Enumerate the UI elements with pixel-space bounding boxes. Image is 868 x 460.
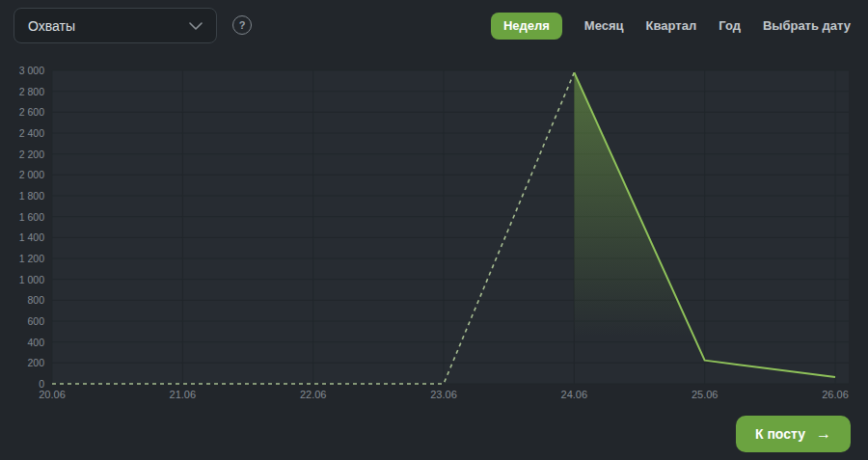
x-axis-label: 24.06 — [555, 389, 593, 400]
y-axis-label: 400 — [0, 337, 44, 348]
y-axis-label: 600 — [0, 315, 44, 327]
tab-month[interactable]: Месяц — [584, 13, 624, 40]
tab-quarter[interactable]: Квартал — [646, 13, 697, 40]
y-axis-label: 1 600 — [0, 211, 44, 223]
metric-dropdown[interactable]: Охваты — [14, 8, 217, 43]
x-axis-label: 22.06 — [294, 389, 333, 400]
x-axis-label: 20.06 — [33, 389, 71, 400]
go-to-post-label: К посту — [755, 426, 805, 442]
y-axis-label: 1 200 — [0, 253, 44, 264]
x-axis-label: 25.06 — [686, 389, 724, 400]
y-axis-label: 2 000 — [0, 169, 44, 180]
y-axis-label: 1 000 — [0, 274, 44, 285]
y-axis-label: 2 200 — [0, 149, 44, 160]
y-axis-label: 2 400 — [0, 127, 44, 139]
tab-week[interactable]: Неделя — [491, 13, 562, 40]
y-axis-label: 800 — [0, 294, 44, 306]
analytics-panel: Охваты ? НеделяМесяцКварталГодВыбрать да… — [0, 0, 868, 460]
y-axis-label: 2 800 — [0, 86, 44, 97]
y-axis-label: 2 600 — [0, 106, 44, 118]
period-tabs: НеделяМесяцКварталГодВыбрать дату — [491, 13, 851, 40]
help-icon[interactable]: ? — [232, 15, 252, 35]
tab-year[interactable]: Год — [719, 13, 741, 40]
chart-plot-area[interactable] — [52, 70, 849, 384]
y-axis-label: 1 800 — [0, 190, 44, 202]
metric-dropdown-value: Охваты — [28, 18, 75, 34]
y-axis-label: 3 000 — [0, 65, 44, 76]
chevron-down-icon — [189, 22, 203, 30]
y-axis-label: 1 400 — [0, 231, 44, 243]
x-axis-label: 23.06 — [424, 389, 463, 400]
x-axis-label: 26.06 — [816, 389, 854, 400]
go-to-post-button[interactable]: К посту → — [736, 416, 851, 452]
tab-pick-date[interactable]: Выбрать дату — [763, 13, 851, 40]
arrow-right-icon: → — [816, 425, 831, 443]
x-axis-label: 21.06 — [163, 389, 202, 400]
y-axis-label: 200 — [0, 357, 44, 368]
